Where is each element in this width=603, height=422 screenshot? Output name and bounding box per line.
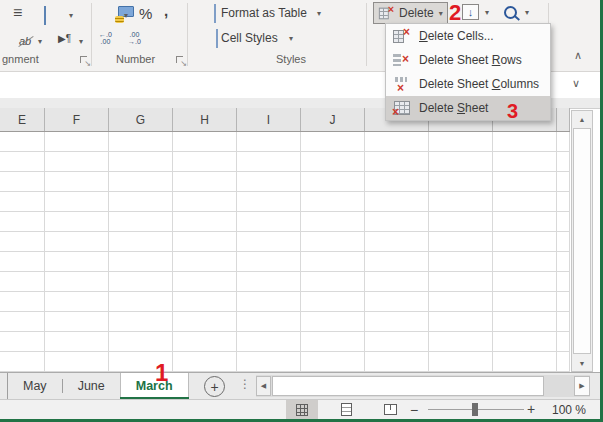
annotation-step-1: 1 [155, 361, 168, 385]
caret-down-icon[interactable]: ▾ [38, 37, 42, 46]
zoom-slider-thumb[interactable] [472, 403, 478, 416]
caret-down-icon[interactable]: ▾ [317, 9, 321, 18]
horizontal-scrollbar[interactable]: ◀ ▶ [256, 375, 590, 397]
page-layout-view-button[interactable] [330, 400, 362, 419]
vertical-scrollbar-thumb[interactable] [573, 128, 591, 354]
caret-down-icon[interactable]: ▾ [525, 8, 529, 17]
grid-row[interactable] [0, 252, 570, 272]
increase-decimal-bottom: .00 [99, 38, 112, 45]
menu-item-label: Delete Sheet Rows [419, 53, 522, 67]
sheet-tab-bar: MayJuneMarch + ⋮ ◀ ▶ [0, 372, 603, 399]
find-select-button[interactable]: ▾ [504, 6, 529, 19]
status-bar: − + 100 % [0, 399, 603, 419]
increase-decimal-icon[interactable]: ←.0 .00 [99, 31, 112, 45]
zoom-level[interactable]: 100 % [552, 403, 586, 417]
delete-cells-icon: × [393, 29, 410, 43]
orientation-icon[interactable]: ab [19, 35, 31, 47]
fill-down-icon: ↓ [462, 4, 479, 20]
column-header-E[interactable]: E [0, 108, 45, 131]
vertical-scrollbar[interactable]: ▲ ▼ [571, 110, 593, 372]
caret-down-icon[interactable]: ▾ [124, 11, 128, 20]
caret-down-icon[interactable]: ▾ [485, 8, 489, 17]
new-sheet-button[interactable]: + [204, 376, 225, 397]
menu-item-label: Delete Cells... [419, 29, 494, 43]
scroll-up-icon[interactable]: ▲ [572, 111, 592, 127]
alignment-group-label: gnment [2, 53, 39, 65]
cell-styles-icon [216, 29, 218, 48]
increase-decimal-top: ←.0 [99, 31, 112, 38]
comma-style-icon[interactable]: , [164, 2, 168, 19]
expand-formula-bar-icon[interactable]: ∨ [572, 78, 580, 89]
percent-style-icon[interactable]: % [139, 5, 152, 22]
delete-dropdown-menu: ×Delete Cells...×Delete Sheet Rows×Delet… [385, 23, 551, 121]
grid-row[interactable] [0, 132, 570, 152]
format-as-table-icon [214, 4, 216, 23]
group-separator [91, 3, 92, 66]
menu-item-label: Delete Sheet [419, 101, 488, 115]
normal-view-button[interactable] [286, 400, 318, 419]
column-header-clipped[interactable] [557, 108, 570, 131]
dialog-launcher-icon[interactable]: ↘ [176, 56, 186, 66]
column-header-label: H [200, 113, 209, 127]
menu-item-delete-sheet-rows[interactable]: ×Delete Sheet Rows [386, 48, 550, 72]
scroll-right-icon[interactable]: ▶ [574, 376, 590, 396]
magnifier-icon [504, 6, 517, 19]
column-header-I[interactable]: I [237, 108, 301, 131]
column-header-F[interactable]: F [45, 108, 109, 131]
scroll-down-icon[interactable]: ▼ [572, 355, 592, 371]
styles-group-label: Styles [276, 53, 306, 65]
grid-row[interactable] [0, 152, 570, 172]
decrease-decimal-bottom: →.0 [128, 38, 141, 45]
menu-item-label: Delete Sheet Columns [419, 77, 539, 91]
page-layout-icon [341, 403, 352, 416]
zoom-out-button[interactable]: − [410, 403, 418, 417]
grid-row[interactable] [0, 272, 570, 292]
normal-view-icon [296, 404, 308, 416]
scroll-left-icon[interactable]: ◀ [256, 376, 271, 396]
delete-sheet-columns-icon: × [393, 77, 410, 91]
delete-button[interactable]: × Delete ▾ [373, 2, 448, 24]
format-as-table-button[interactable]: Format as Table [221, 6, 307, 20]
align-text-icon[interactable]: ≡ [13, 5, 22, 21]
grid-row[interactable] [0, 212, 570, 232]
caret-down-icon[interactable]: ▾ [79, 37, 83, 46]
zoom-in-button[interactable]: + [527, 402, 535, 416]
text-direction-icon[interactable]: ▶¶ [58, 33, 71, 44]
column-header-H[interactable]: H [173, 108, 237, 131]
page-break-view-button[interactable] [374, 400, 406, 419]
caret-down-icon[interactable]: ▾ [439, 9, 443, 18]
number-group-label: Number [116, 53, 155, 65]
group-separator [366, 3, 367, 66]
grid-row[interactable] [0, 292, 570, 312]
caret-down-icon[interactable]: ▾ [289, 34, 293, 43]
delete-sheet-icon: × [393, 101, 410, 115]
decrease-decimal-icon[interactable]: .00 →.0 [128, 31, 141, 45]
sheet-options-dots-icon[interactable]: ⋮ [239, 377, 251, 391]
decrease-decimal-top: .00 [128, 31, 141, 38]
page-break-icon [384, 404, 397, 415]
sheet-tab-label: June [78, 379, 105, 393]
menu-item-delete-sheet[interactable]: ×Delete Sheet [386, 96, 550, 120]
collapse-ribbon-icon[interactable]: ∧ [574, 50, 582, 61]
fill-button[interactable]: ↓ ▾ [462, 4, 489, 20]
grid-row[interactable] [0, 352, 570, 372]
menu-item-delete-cells[interactable]: ×Delete Cells... [386, 24, 550, 48]
grid-row[interactable] [0, 192, 570, 212]
sheet-tab-june[interactable]: June [63, 373, 120, 399]
cell-styles-button[interactable]: Cell Styles [221, 31, 278, 45]
dialog-launcher-icon[interactable]: ↘ [80, 56, 90, 66]
menu-item-delete-sheet-columns[interactable]: ×Delete Sheet Columns [386, 72, 550, 96]
caret-down-icon[interactable]: ▾ [69, 11, 73, 20]
sheet-tab-may[interactable]: May [8, 373, 62, 399]
grid-row[interactable] [0, 312, 570, 332]
sheet-tab-clipped[interactable] [0, 373, 8, 399]
column-header-J[interactable]: J [301, 108, 365, 131]
annotation-step-2: 2 [449, 2, 461, 24]
grid-row[interactable] [0, 172, 570, 192]
column-header-G[interactable]: G [109, 108, 173, 131]
grid-row[interactable] [0, 332, 570, 352]
horizontal-scrollbar-thumb[interactable] [272, 376, 544, 396]
sheet-tab-label: May [23, 379, 47, 393]
merge-center-icon[interactable] [44, 6, 46, 25]
grid-row[interactable] [0, 232, 570, 252]
